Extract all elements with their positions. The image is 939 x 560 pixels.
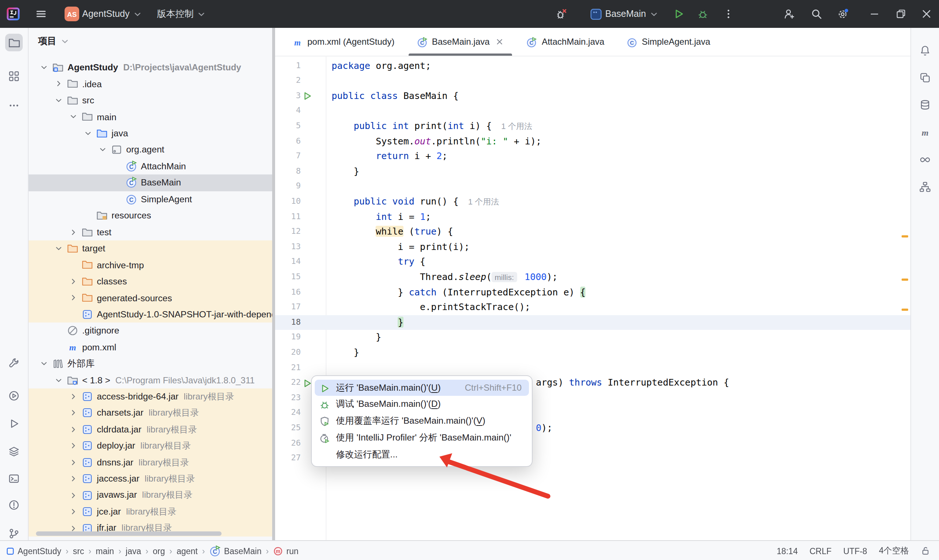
status-item[interactable]: 18:14 [777,546,798,555]
tool-strip-problems[interactable] [5,496,23,514]
chevron-right-icon[interactable] [69,442,78,451]
tree-row-< 1.8 >[interactable]: < 1.8 >C:\Program Files\Java\jdk1.8.0_31… [29,372,272,388]
debug-button[interactable] [697,0,709,28]
tab-pom.xml (AgentStudy)[interactable]: mpom.xml (AgentStudy) [281,28,405,56]
breadcrumb-item-agent[interactable]: agent [176,546,198,555]
tree-row-resources[interactable]: resources [29,208,272,224]
tree-row-generated-sources[interactable]: generated-sources [29,290,272,306]
tree-row-deploy.jar[interactable]: deploy.jarlibrary根目录 [29,438,272,454]
chevron-down-icon[interactable] [69,112,78,121]
tree-row-archive-tmp[interactable]: archive-tmp [29,257,272,274]
breadcrumb-item-run[interactable]: mrun [273,546,299,556]
breadcrumb-item-org[interactable]: org [153,546,165,555]
code-editor[interactable]: 1package org.agent;23public class BaseMa… [275,56,910,540]
tree-row-java[interactable]: java [29,125,272,142]
status-item[interactable]: UTF-8 [843,546,867,555]
tool-strip-more[interactable] [5,97,23,114]
lock-open-icon[interactable] [920,546,930,555]
tree-row-test[interactable]: test [29,224,272,240]
menu-item-profile[interactable]: 使用 'IntelliJ Profiler' 分析 'BaseMain.main… [315,430,529,446]
error-stripe-mark[interactable] [902,235,908,237]
chevron-down-icon[interactable] [83,129,93,138]
chevron-down-icon[interactable] [54,244,63,253]
chevron-right-icon[interactable] [69,277,78,286]
project-widget[interactable]: AS AgentStudy [65,0,142,28]
restore-button[interactable] [888,0,913,28]
tree-row-pom.xml[interactable]: mpom.xml [29,339,272,355]
main-menu-button[interactable] [35,0,47,28]
tool-strip-run-tool[interactable] [5,415,23,432]
tool-strip-version-control[interactable] [5,525,23,542]
tree-row-javaws.jar[interactable]: javaws.jarlibrary根目录 [29,487,272,503]
tree-row-cldrdata.jar[interactable]: cldrdata.jarlibrary根目录 [29,422,272,438]
tree-row-access-bridge-64.jar[interactable]: access-bridge-64.jarlibrary根目录 [29,388,272,405]
breadcrumb-item-AgentStudy[interactable]: AgentStudy [6,546,61,555]
tree-row-main[interactable]: main [29,109,272,125]
chevron-right-icon[interactable] [69,475,78,483]
menu-item-run-with-coverage[interactable]: 使用覆盖率运行 'BaseMain.main()'(V) [315,413,529,429]
chevron-down-icon[interactable] [98,146,107,154]
chevron-right-icon[interactable] [54,80,63,88]
chevron-right-icon[interactable] [69,425,78,434]
tree-row-src[interactable]: src [29,92,272,109]
tree-row-AgentStudy[interactable]: AgentStudyD:\Projects\java\AgentStudy [29,59,272,76]
status-item[interactable]: CRLF [809,546,831,555]
menu-item-edit-configurations[interactable]: 修改运行配置... [315,446,529,463]
more-actions-button[interactable] [723,0,734,28]
tree-row-dnsns.jar[interactable]: dnsns.jarlibrary根目录 [29,454,272,471]
menu-item-debug[interactable]: 调试 'BaseMain.main()'(D) [315,397,529,413]
tool-strip-maven-tool[interactable]: m [916,124,934,142]
tree-row-BaseMain[interactable]: CBaseMain [29,174,272,191]
panel-splitter[interactable] [272,28,275,540]
run-configuration-widget[interactable]: BaseMain [590,0,658,28]
tool-strip-dependencies[interactable] [916,151,934,169]
tool-strip-services[interactable] [5,387,23,405]
tree-row-.gitignore[interactable]: .gitignore [29,323,272,339]
settings-button[interactable] [837,0,849,28]
status-item[interactable]: 4个空格 [879,545,909,556]
run-button[interactable] [673,0,685,28]
chevron-right-icon[interactable] [69,392,78,401]
attach-debugger-button[interactable] [555,0,567,28]
project-panel-header[interactable]: 项目 [38,34,70,48]
tree-row-org.agent[interactable]: org.agent [29,142,272,158]
minimize-button[interactable] [862,0,887,28]
chevron-down-icon[interactable] [54,375,63,385]
error-stripe-mark[interactable] [902,309,908,311]
tab-BaseMain.java[interactable]: CBaseMain.java [405,28,515,56]
tool-strip-tools[interactable] [5,354,23,372]
tree-row-classes[interactable]: classes [29,274,272,290]
search-everywhere-button[interactable] [811,0,822,28]
breadcrumb-item-src[interactable]: src [73,546,84,555]
horizontal-scrollbar[interactable] [36,531,222,536]
tree-row-AttachMain[interactable]: CAttachMain [29,158,272,174]
error-stripe-mark[interactable] [902,278,908,281]
chevron-down-icon[interactable] [40,63,48,72]
tool-strip-terminal[interactable] [5,470,23,488]
tab-close-icon[interactable] [495,37,504,46]
tool-strip-build[interactable] [5,443,23,460]
chevron-right-icon[interactable] [69,294,78,302]
tree-row-.idea[interactable]: .idea [29,76,272,92]
tool-strip-ai-assistant[interactable] [916,69,934,86]
tree-row-target[interactable]: target [29,240,272,257]
tool-strip-hierarchy[interactable] [916,178,934,196]
chevron-right-icon[interactable] [69,228,78,236]
code-with-me-button[interactable] [783,0,795,28]
tree-row-charsets.jar[interactable]: charsets.jarlibrary根目录 [29,405,272,422]
chevron-right-icon[interactable] [69,409,78,417]
chevron-right-icon[interactable] [69,458,78,467]
chevron-right-icon[interactable] [69,507,78,516]
tool-strip-structure[interactable] [5,68,23,85]
tool-strip-database[interactable] [916,96,934,114]
tool-strip-project[interactable] [5,34,23,51]
chevron-down-icon[interactable] [40,359,48,368]
close-button[interactable] [914,0,939,28]
menu-item-run[interactable]: 运行 'BaseMain.main()'(U)Ctrl+Shift+F10 [315,380,529,396]
chevron-right-icon[interactable] [69,491,78,500]
tree-row-外部库[interactable]: 外部库 [29,355,272,372]
tab-AttachMain.java[interactable]: CAttachMain.java [515,28,615,56]
vcs-widget[interactable]: 版本控制 [157,0,206,28]
tree-row-SimpleAgent[interactable]: CSimpleAgent [29,191,272,208]
tree-row-jce.jar[interactable]: jce.jarlibrary根目录 [29,503,272,520]
